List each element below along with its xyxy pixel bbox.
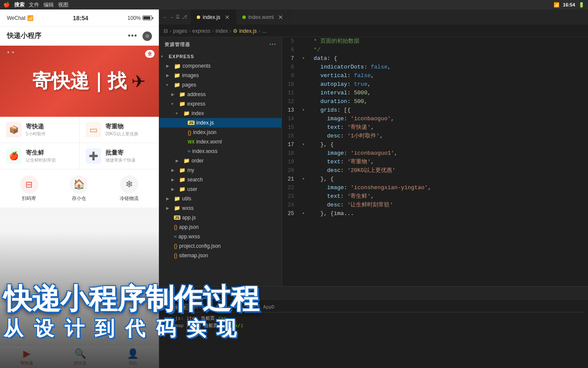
- tree-components[interactable]: ▶ 📁 components: [159, 61, 282, 71]
- tree-project-json[interactable]: {} project.config.json: [159, 241, 282, 251]
- chevron-express: ▾: [161, 54, 167, 59]
- tab-name-js: index.js: [203, 14, 220, 20]
- tab-query-icon: 🔍: [74, 348, 86, 359]
- code-editor[interactable]: 5 * 页面的初始数据 6 */ 7 ▾ data: {: [282, 37, 588, 286]
- security-tab[interactable]: Security: [237, 304, 260, 310]
- panel-tab-debugger[interactable]: 调试器: [201, 287, 218, 299]
- tree-user[interactable]: ▶ 📁 user: [159, 184, 282, 194]
- code-line-12: 12 duration: 500,: [282, 97, 588, 106]
- tree-index-js[interactable]: JS index.js: [159, 118, 282, 128]
- tab-index-js[interactable]: index.js ✕: [191, 9, 236, 25]
- filename-search: search: [187, 177, 203, 183]
- tree-express-folder[interactable]: ▾ 📁 express: [159, 99, 282, 109]
- filename-utils: utils: [182, 196, 191, 202]
- nav-forward[interactable]: →: [169, 15, 174, 20]
- ide-panel: ← → ☰ ⎇ index.js ✕ index.wxml ✕ ⊟ › page…: [159, 9, 588, 368]
- fold-21[interactable]: ▾: [300, 175, 307, 184]
- tree-images[interactable]: ▶ 📁 images: [159, 71, 282, 80]
- bottom-icon-cold[interactable]: ❄ 冷链物流: [120, 175, 139, 202]
- menu-edit[interactable]: 编辑: [43, 1, 54, 9]
- branch-icon[interactable]: ⎇: [182, 14, 187, 20]
- line-content-8: indicatorDots: false,: [307, 63, 588, 72]
- folder-icon-search: 📁: [179, 177, 186, 183]
- tab-query-label: 查快递: [74, 360, 87, 366]
- bottom-icon-storage[interactable]: 🏠 存小仓: [70, 175, 88, 202]
- tree-index-folder[interactable]: ▾ 📁 index: [159, 109, 282, 118]
- chevron-my: ▶: [171, 168, 177, 172]
- tab-profile[interactable]: 👤 我的: [127, 348, 139, 366]
- console-toolbar: Console Network Memory Security AppD: [164, 302, 584, 312]
- phone-bottom-icons: ⊟ 扫码寄 🏠 存小仓 ❄ 冷链物流: [0, 169, 159, 208]
- tree-index-wxss[interactable]: ≈ index.wxss: [159, 147, 282, 156]
- appdata-tab[interactable]: AppD: [263, 304, 275, 310]
- tree-index-wxml[interactable]: WX index.wxml: [159, 137, 282, 147]
- explorer-menu[interactable]: ···: [269, 41, 276, 48]
- tree-address[interactable]: ▶ 📁 address: [159, 90, 282, 99]
- tree-my[interactable]: ▶ 📁 my: [159, 165, 282, 175]
- breadcrumb-file: ⚙ index.js: [233, 28, 257, 34]
- code-content[interactable]: 5 * 页面的初始数据 6 */ 7 ▾ data: {: [282, 37, 588, 286]
- panel-tab-terminal[interactable]: 终端: [225, 287, 237, 299]
- tree-utils[interactable]: ▶ 📁 utils: [159, 194, 282, 203]
- tree-section-express[interactable]: ▾ EXPRESS: [159, 52, 282, 61]
- code-line-6: 6 */: [282, 46, 588, 54]
- tree-app-js[interactable]: JS app.js: [159, 213, 282, 222]
- grid-title-3: 批量寄: [105, 149, 136, 157]
- code-line-8: 8 indicatorDots: false,: [282, 63, 588, 72]
- tab-query[interactable]: 🔍 查快递: [74, 348, 87, 366]
- line-content-10: autoplay: true,: [307, 80, 588, 89]
- line-content-17: }, {: [307, 140, 588, 149]
- code-line-9: 9 vertical: false,: [282, 72, 588, 80]
- tab-index-wxml[interactable]: index.wxml ✕: [236, 9, 290, 25]
- fold-13[interactable]: ▾: [300, 106, 307, 115]
- explorer-icon[interactable]: ☰: [176, 14, 180, 20]
- fold-17[interactable]: ▾: [300, 140, 307, 149]
- folder-icon-my: 📁: [179, 167, 186, 173]
- console-btn[interactable]: Console: [164, 304, 189, 310]
- nav-back[interactable]: ←: [163, 15, 167, 20]
- tree-app-json[interactable]: {} app.json: [159, 222, 282, 232]
- chevron-address: ▶: [171, 92, 177, 97]
- grid-item-1[interactable]: ▭ 寄重物 20KG以上更优惠: [80, 117, 159, 143]
- tree-wxss-root[interactable]: ▶ 📁 wxss: [159, 203, 282, 213]
- chevron-index-folder: ▾: [176, 111, 182, 115]
- qr-icon[interactable]: ⊙: [142, 31, 152, 41]
- grid-text-1: 寄重物 20KG以上更优惠: [105, 123, 138, 137]
- main-layout: WeChat 📶 18:54 100% 快递小程序 ••• ⊙ ✦ ✦ 寄快递｜…: [0, 9, 588, 368]
- storage-label: 存小仓: [72, 195, 86, 202]
- menu-view[interactable]: 视图: [58, 1, 68, 9]
- grid-item-2[interactable]: 🍎 寄生鲜 让生鲜时刻常驻: [0, 143, 79, 169]
- panel-tab-output[interactable]: 输出: [182, 287, 194, 299]
- tab-close-wxml[interactable]: ✕: [278, 14, 283, 21]
- console-log-0: app.js: item 当前页 /ac: [164, 315, 584, 321]
- tab-close-js[interactable]: ✕: [225, 14, 230, 21]
- fold-7[interactable]: ▾: [300, 54, 307, 63]
- tree-order[interactable]: ▶ 📁 order: [159, 156, 282, 165]
- bottom-icon-scan[interactable]: ⊟ 扫码寄: [20, 175, 38, 202]
- panel-tab-problems[interactable]: 问题: [163, 287, 175, 299]
- network-tab[interactable]: Network: [193, 304, 213, 310]
- tab-send[interactable]: ▶ 寄快递: [20, 348, 33, 366]
- code-line-22: 22 image: 'iconshengxian-yingtao',: [282, 184, 588, 192]
- grid-text-3: 批量寄 便捷寄多个快递: [105, 149, 136, 163]
- tree-pages[interactable]: ▾ 📁 pages: [159, 80, 282, 90]
- tab-dot-js: [197, 16, 200, 19]
- tree-search[interactable]: ▶ 📁 search: [159, 175, 282, 184]
- phone-battery-pct: 100%: [127, 15, 141, 21]
- filename-index-wxml: index.wxml: [196, 139, 222, 145]
- grid-icon-3: ➕: [86, 148, 101, 164]
- grid-item-0[interactable]: 📦 寄快递 1小时取件: [0, 117, 79, 143]
- tab-dot-wxml: [242, 16, 246, 19]
- grid-item-3[interactable]: ➕ 批量寄 便捷寄多个快递: [80, 143, 159, 169]
- chevron-images: ▶: [166, 73, 172, 78]
- explorer-header: 资源管理器 ···: [159, 37, 282, 52]
- more-icon[interactable]: •••: [128, 31, 137, 41]
- panel-tabs: 问题 输出 调试器 终端: [159, 287, 588, 299]
- tree-index-json[interactable]: {} index.json: [159, 128, 282, 137]
- menu-file[interactable]: 文件: [29, 1, 39, 9]
- tree-sitemap-json[interactable]: {} sitemap.json: [159, 251, 282, 260]
- fold-25[interactable]: ▾: [300, 209, 307, 218]
- tree-app-wxss[interactable]: ≈ app.wxss: [159, 232, 282, 241]
- js-file-icon: JS: [188, 121, 195, 125]
- memory-tab[interactable]: Memory: [217, 304, 234, 310]
